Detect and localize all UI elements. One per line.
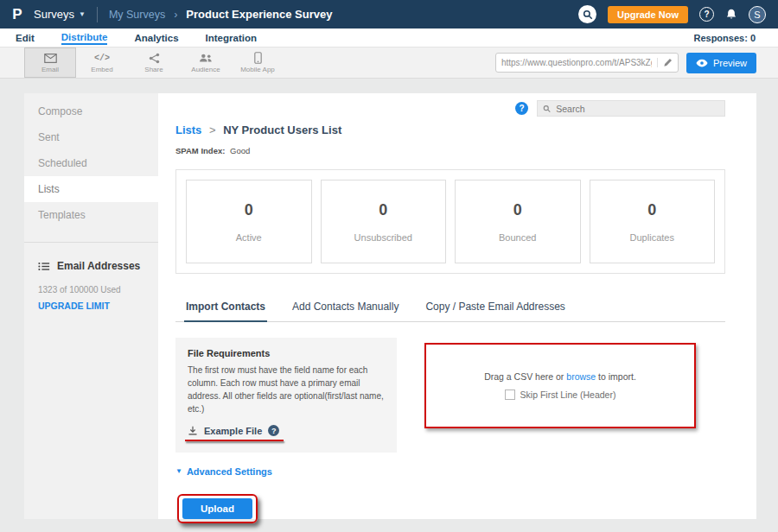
stat-card-duplicates: 0 Duplicates <box>590 180 716 263</box>
drop-text-suffix: to import. <box>598 371 636 382</box>
skip-first-line-checkbox[interactable] <box>505 390 515 400</box>
breadcrumb-current-list: NY Product Users List <box>223 124 341 136</box>
advanced-settings-label: Advanced Settings <box>187 466 272 477</box>
help-glyph: ? <box>271 427 277 435</box>
notifications-bell-icon[interactable] <box>725 8 737 21</box>
list-stats-panel: 0 Active 0 Unsubscribed 0 Bounced 0 Dupl… <box>175 169 725 274</box>
example-file-help-icon[interactable]: ? <box>268 425 279 436</box>
spam-index: SPAM Index: Good <box>175 146 725 155</box>
channel-share[interactable]: Share <box>128 48 180 78</box>
email-icon <box>44 52 57 64</box>
upgrade-limit-link[interactable]: UPGRADE LIMIT <box>38 301 110 311</box>
stat-card-active: 0 Active <box>186 180 312 263</box>
email-addresses-section: Email Addresses 1323 of 100000 Used UPGR… <box>24 243 158 312</box>
tab-copy-paste-email-addresses[interactable]: Copy / Paste Email Addresses <box>424 296 566 321</box>
survey-url-field[interactable]: https://www.questionpro.com/t/APS3kZgfo <box>495 53 679 73</box>
csv-dropzone-annotated[interactable]: Drag a CSV here or browse to import. Ski… <box>424 343 696 428</box>
logo-letter: P <box>12 6 22 22</box>
email-usage-count: 1323 of 100000 Used <box>38 285 144 294</box>
tab-add-contacts-manually[interactable]: Add Contacts Manually <box>290 296 400 321</box>
nav-item-analytics[interactable]: Analytics <box>134 31 178 44</box>
survey-nav: Edit Distribute Analytics Integration Re… <box>0 28 778 48</box>
example-file-link[interactable]: Example File ? <box>188 425 279 436</box>
stat-label: Duplicates <box>630 232 674 243</box>
nav-item-edit[interactable]: Edit <box>16 31 35 44</box>
url-preview-group: https://www.questionpro.com/t/APS3kZgfo … <box>495 53 756 73</box>
responses-count: Responses: 0 <box>693 33 756 43</box>
search-icon <box>583 10 593 20</box>
list-help-icon[interactable]: ? <box>515 102 528 115</box>
list-icon <box>38 262 50 271</box>
stat-value: 0 <box>379 201 387 219</box>
content-area: Compose Sent Scheduled Lists Templates E… <box>24 93 756 519</box>
file-requirements-text: The first row must have the field name f… <box>188 364 385 415</box>
sidebar-item-scheduled[interactable]: Scheduled <box>24 150 158 176</box>
breadcrumb-lists-link[interactable]: Lists <box>175 124 201 136</box>
stat-value: 0 <box>647 201 656 219</box>
edit-url-pencil-icon[interactable] <box>657 58 673 67</box>
example-file-label: Example File <box>204 426 262 436</box>
preview-button[interactable]: Preview <box>686 53 756 73</box>
questionpro-logo[interactable]: P <box>9 6 26 23</box>
dropzone-text: Drag a CSV here or browse to import. <box>484 371 636 382</box>
sidebar-item-compose[interactable]: Compose <box>24 98 158 124</box>
skip-first-line-row: Skip First Line (Header) <box>505 390 616 400</box>
search-input[interactable] <box>556 104 719 114</box>
surveys-dropdown[interactable]: Surveys ▼ <box>34 8 86 21</box>
channel-tabs: Email </> Embed Share <box>24 48 284 78</box>
sidebar-item-templates[interactable]: Templates <box>24 202 158 228</box>
import-contacts-section: File Requirements The first row must hav… <box>175 338 725 453</box>
eye-icon <box>696 59 708 67</box>
survey-title: Product Experience Survey <box>186 8 332 21</box>
help-glyph: ? <box>519 104 524 113</box>
survey-url: https://www.questionpro.com/t/APS3kZgfo <box>501 58 652 67</box>
list-search-box[interactable] <box>537 100 725 117</box>
caret-down-icon: ▼ <box>79 10 86 18</box>
stat-value: 0 <box>513 201 522 219</box>
nav-item-integration[interactable]: Integration <box>206 31 257 44</box>
search-icon <box>543 104 551 113</box>
avatar-initial: S <box>754 10 760 20</box>
mobile-phone-icon <box>254 52 262 64</box>
advanced-settings-toggle[interactable]: ▼ Advanced Settings <box>175 466 272 477</box>
user-avatar[interactable]: S <box>749 6 766 23</box>
top-bar: P Surveys ▼ My Surveys › Product Experie… <box>0 0 778 28</box>
share-icon <box>149 52 160 64</box>
upgrade-now-button[interactable]: Upgrade Now <box>608 6 688 23</box>
embed-code-icon: </> <box>94 52 110 64</box>
header-search-button[interactable] <box>578 5 596 23</box>
surveys-dropdown-label: Surveys <box>34 8 74 21</box>
audience-icon <box>199 52 213 64</box>
breadcrumb-my-surveys[interactable]: My Surveys <box>109 9 165 21</box>
spam-index-label: SPAM Index: <box>175 146 225 155</box>
breadcrumb-separator-icon: > <box>209 124 216 136</box>
caret-down-icon: ▼ <box>175 467 182 475</box>
email-addresses-title: Email Addresses <box>57 260 140 272</box>
list-breadcrumb: Lists > NY Product Users List <box>175 124 725 136</box>
channel-mobile-app[interactable]: Mobile App <box>232 48 284 78</box>
contacts-tabs: Import Contacts Add Contacts Manually Co… <box>175 296 725 322</box>
skip-first-line-label: Skip First Line (Header) <box>520 390 616 400</box>
upload-button[interactable]: Upload <box>182 498 252 519</box>
browse-link[interactable]: browse <box>566 371 596 382</box>
channel-label: Mobile App <box>240 66 275 73</box>
lists-main-panel: ? Lists > NY Product Users List SPAM Ind… <box>158 93 756 519</box>
preview-label: Preview <box>713 58 747 68</box>
breadcrumb-separator-icon: › <box>174 9 177 21</box>
nav-item-distribute[interactable]: Distribute <box>61 30 108 45</box>
channel-email[interactable]: Email <box>24 48 76 78</box>
download-icon <box>188 426 198 436</box>
tab-import-contacts[interactable]: Import Contacts <box>184 296 267 322</box>
help-icon[interactable]: ? <box>699 7 714 22</box>
stat-label: Unsubscribed <box>354 232 412 243</box>
sidebar-item-sent[interactable]: Sent <box>24 124 158 150</box>
channel-audience[interactable]: Audience <box>180 48 232 78</box>
stat-card-unsubscribed: 0 Unsubscribed <box>321 180 447 263</box>
channel-label: Email <box>41 66 59 73</box>
sidebar-item-lists[interactable]: Lists <box>24 176 158 202</box>
help-glyph: ? <box>704 10 709 19</box>
channel-embed[interactable]: </> Embed <box>76 48 128 78</box>
file-requirements-title: File Requirements <box>188 348 385 358</box>
drop-text-prefix: Drag a CSV here or <box>484 371 564 382</box>
channel-label: Audience <box>191 66 220 73</box>
